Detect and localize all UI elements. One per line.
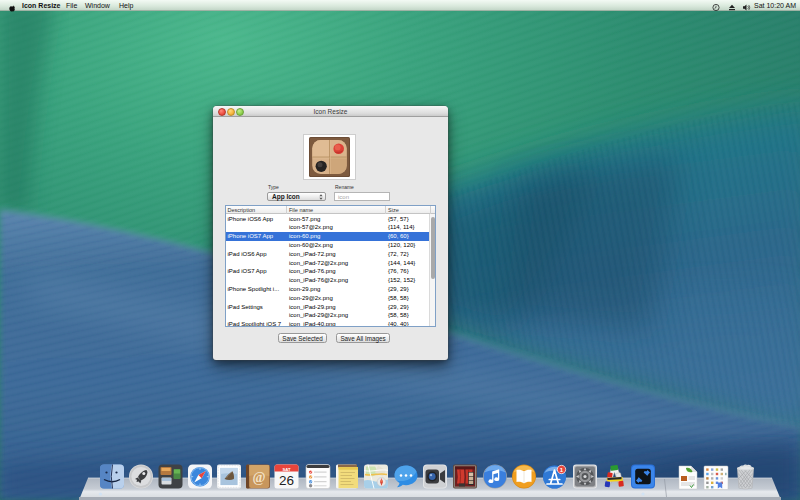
svg-text:26: 26 — [279, 473, 294, 488]
svg-text:@: @ — [252, 470, 265, 485]
svg-text:SAT: SAT — [282, 467, 291, 472]
